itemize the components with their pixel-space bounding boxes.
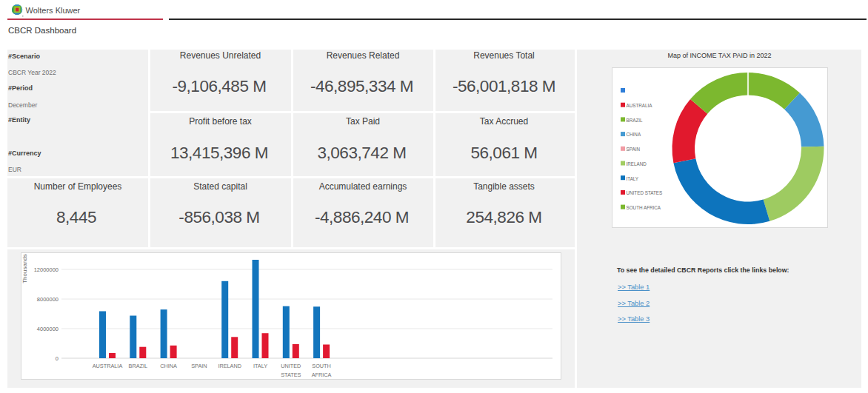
svg-text:12000000: 12000000 bbox=[34, 266, 59, 273]
svg-text:UNITED STATES: UNITED STATES bbox=[627, 190, 663, 195]
svg-text:CHINA: CHINA bbox=[160, 363, 177, 369]
svg-text:Thousands: Thousands bbox=[21, 254, 28, 283]
svg-text:AUSTRALIA: AUSTRALIA bbox=[93, 363, 123, 369]
svg-text:SPAIN: SPAIN bbox=[191, 363, 207, 369]
svg-text:CHINA: CHINA bbox=[627, 132, 641, 137]
svg-text:ITALY: ITALY bbox=[627, 176, 639, 181]
svg-text:SOUTH AFRICA: SOUTH AFRICA bbox=[627, 205, 661, 210]
svg-text:IRELAND: IRELAND bbox=[218, 363, 241, 369]
svg-text:BRAZIL: BRAZIL bbox=[129, 363, 148, 369]
svg-text:IRELAND: IRELAND bbox=[627, 161, 647, 167]
svg-text:STATES: STATES bbox=[281, 372, 301, 378]
svg-text:SOUTH: SOUTH bbox=[312, 363, 331, 369]
svg-text:AUSTRALIA: AUSTRALIA bbox=[627, 103, 653, 108]
svg-text:ITALY: ITALY bbox=[253, 363, 267, 369]
svg-text:0: 0 bbox=[56, 355, 59, 362]
svg-text:UNITED: UNITED bbox=[281, 363, 301, 369]
svg-text:4000000: 4000000 bbox=[37, 326, 59, 332]
svg-text:BRAZIL: BRAZIL bbox=[627, 118, 644, 123]
svg-text:SPAIN: SPAIN bbox=[627, 147, 641, 152]
svg-text:8000000: 8000000 bbox=[37, 296, 59, 303]
svg-text:AFRICA: AFRICA bbox=[312, 372, 332, 378]
